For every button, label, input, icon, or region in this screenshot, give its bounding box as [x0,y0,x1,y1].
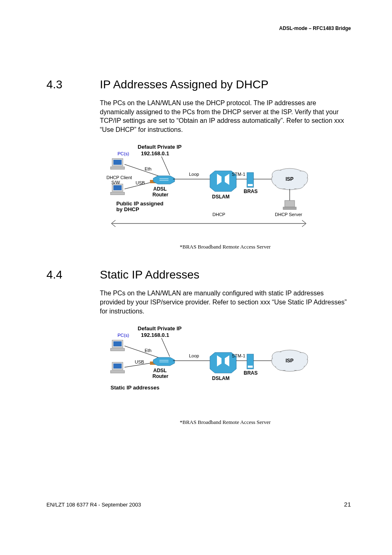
label-public-ip-2: by DHCP [116,206,139,212]
svg-line-32 [161,338,170,357]
label-default-ip-title: Default Private IP [138,325,182,332]
label-pcs: PC(s) [118,151,129,156]
pc-icon [111,159,125,169]
pc-icon [111,184,125,195]
svg-rect-37 [113,364,122,368]
section-number: 4.4 [46,268,100,281]
footer-page-number: 21 [344,501,351,508]
svg-rect-29 [285,200,295,207]
label-dhcp-client-sw: S/W [111,180,120,185]
label-dhcp-server: DHCP Server [275,212,302,217]
svg-rect-11 [156,177,172,182]
label-dslam: DSLAM [212,375,230,381]
figure-static: Default Private IP 192.168.0.1 PC(s) Eth… [100,325,350,398]
label-dslam: DSLAM [212,194,230,200]
label-router: Router [152,373,168,379]
label-bras: BRAS [244,189,258,194]
bras-icon [247,173,254,187]
label-dhcp: DHCP [212,212,225,217]
label-usb: USB [135,359,144,364]
footer-doc-id: EN/LZT 108 6377 R4 - September 2003 [46,502,141,508]
label-pcs: PC(s) [118,333,129,338]
bras-icon [247,354,254,369]
label-static-ip: Static IP addresses [111,385,159,391]
label-default-ip-title: Default Private IP [138,144,182,150]
pc-icon [111,340,125,351]
svg-rect-30 [283,207,296,210]
pc-icon [111,362,125,373]
section-body: The PCs on the LAN/WLAN use the DHCP pro… [100,99,350,134]
label-stm1: STM-1 [232,353,245,358]
label-bras: BRAS [244,370,258,376]
header-right: ADSL-mode – RFC1483 Bridge [279,25,351,31]
svg-rect-6 [111,192,125,195]
svg-rect-2 [113,160,122,165]
label-loop: Loop [189,353,199,358]
svg-rect-3 [111,167,125,169]
adsl-router-icon [150,357,175,366]
section-heading-4-3: 4.3 IP Addresses Assigned by DHCP [46,78,350,91]
svg-line-0 [161,157,170,175]
label-public-ip-1: Public IP assigned [116,200,164,207]
svg-rect-35 [111,348,125,351]
svg-line-39 [125,346,161,358]
figure-footnote: *BRAS Broadband Remote Access Server [100,419,350,426]
section-title: Static IP Addresses [100,268,199,281]
label-adsl: ADSL [153,186,167,192]
label-eth: Eth [145,166,152,171]
label-dhcp-client: DHCP Client [106,175,132,180]
server-icon [283,200,296,210]
svg-rect-20 [248,184,253,186]
label-adsl: ADSL [153,368,167,373]
svg-rect-34 [113,341,122,346]
section-heading-4-4: 4.4 Static IP Addresses [46,268,350,281]
svg-rect-52 [248,366,253,368]
label-stm1: STM-1 [232,172,245,177]
label-isp: ISP [286,358,293,364]
adsl-router-icon [150,176,175,184]
svg-rect-38 [111,371,125,373]
label-eth: Eth [145,348,152,353]
label-loop: Loop [189,172,199,177]
svg-rect-5 [113,185,122,190]
svg-rect-43 [156,359,172,364]
label-usb: USB [136,180,145,185]
label-default-ip: 192.168.0.1 [141,150,169,157]
page-content: 4.3 IP Addresses Assigned by DHCP The PC… [46,78,350,444]
label-isp: ISP [286,176,293,182]
section-body: The PCs on the LAN/WLAN are manually con… [100,289,350,315]
figure-dhcp: Default Private IP 192.168.0.1 PC(s) Eth [100,143,350,240]
label-default-ip: 192.168.0.1 [141,332,169,338]
section-title: IP Addresses Assigned by DHCP [100,78,268,91]
label-router: Router [152,192,168,198]
section-number: 4.3 [46,78,100,91]
figure-footnote: *BRAS Broadband Remote Access Server [100,244,350,250]
